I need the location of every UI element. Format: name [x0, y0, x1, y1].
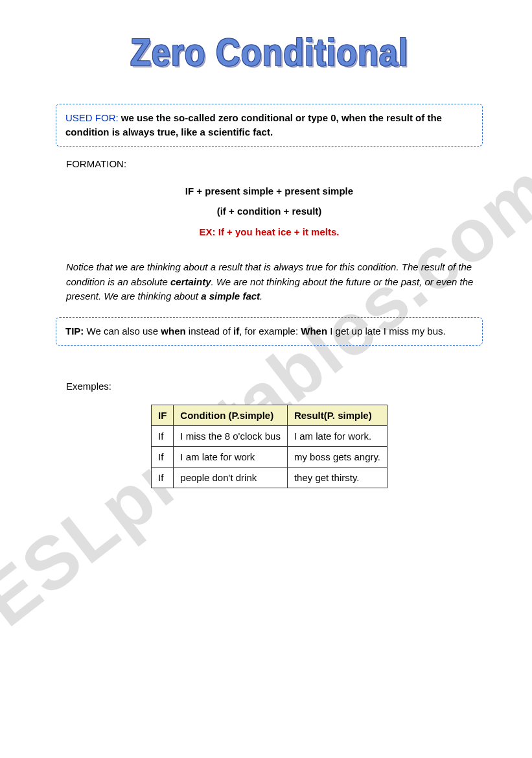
- table-header-if: IF: [151, 405, 173, 426]
- notice-certainty: certainty: [170, 276, 211, 287]
- table-header-row: IF Condition (P.simple) Result(P. simple…: [151, 405, 387, 426]
- table-row: If people don't drink they get thirsty.: [151, 468, 387, 488]
- table-header-condition: Condition (P.simple): [174, 405, 288, 426]
- document-page: Zero Conditional USED FOR: we use the so…: [0, 0, 532, 514]
- tip-text-1: We can also use: [84, 326, 161, 337]
- notice-fact: a simple fact: [201, 290, 260, 302]
- tip-text-4: I get up late I miss my bus.: [327, 326, 446, 337]
- table-cell: they get thirsty.: [287, 468, 387, 488]
- notice-paragraph: Notice that we are thinking about a resu…: [66, 260, 476, 304]
- examples-label: Exemples:: [66, 381, 487, 392]
- table-cell: If: [151, 468, 173, 488]
- table-cell: I am late for work: [174, 447, 288, 468]
- table-cell: If: [151, 447, 173, 468]
- tip-box: TIP: We can also use when instead of if,…: [56, 317, 483, 346]
- used-for-text: we use the so-called zero conditional or…: [65, 112, 442, 137]
- formation-formula: IF + present simple + present simple: [52, 181, 487, 202]
- notice-text-3: .: [260, 290, 262, 302]
- tip-label: TIP:: [65, 326, 84, 337]
- tip-text-3: , for example:: [239, 326, 301, 337]
- tip-when-1: when: [161, 326, 185, 337]
- formation-paren: (if + condition + result): [52, 201, 487, 222]
- table-cell: I miss the 8 o'clock bus: [174, 426, 288, 447]
- table-row: If I am late for work my boss gets angry…: [151, 447, 387, 468]
- examples-table: IF Condition (P.simple) Result(P. simple…: [151, 405, 387, 488]
- table-row: If I miss the 8 o'clock bus I am late fo…: [151, 426, 387, 447]
- formation-label: FORMATION:: [66, 158, 487, 169]
- tip-if: if: [233, 326, 239, 337]
- title-container: Zero Conditional: [52, 32, 487, 71]
- table-cell: I am late for work.: [287, 426, 387, 447]
- table-header-result: Result(P. simple): [287, 405, 387, 426]
- tip-text-2: instead of: [186, 326, 233, 337]
- formation-example: EX: If + you heat ice + it melts.: [52, 222, 487, 243]
- tip-when-2: When: [301, 326, 327, 337]
- used-for-box: USED FOR: we use the so-called zero cond…: [56, 104, 483, 147]
- formation-block: IF + present simple + present simple (if…: [52, 181, 487, 243]
- table-cell: If: [151, 426, 173, 447]
- page-title: Zero Conditional: [130, 30, 408, 75]
- used-for-label: USED FOR:: [65, 112, 119, 123]
- table-cell: my boss gets angry.: [287, 447, 387, 468]
- table-cell: people don't drink: [174, 468, 288, 488]
